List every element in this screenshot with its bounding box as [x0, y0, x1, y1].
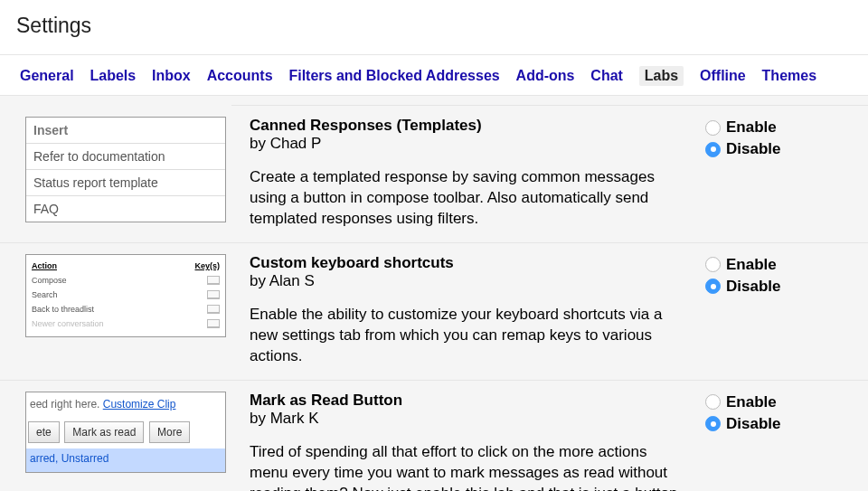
thumb-col-action: Action [32, 261, 57, 270]
key-icon [207, 305, 220, 314]
enable-option[interactable]: Enable [705, 393, 850, 411]
tab-offline[interactable]: Offline [700, 68, 746, 84]
radio-icon [705, 416, 721, 431]
lab-description: Enable the ability to customize your key… [250, 305, 687, 367]
lab-description: Create a templated response by saving co… [250, 167, 687, 230]
lab-thumbnail: Action Key(s) Compose Search Back to thr… [25, 254, 226, 337]
tab-chat[interactable]: Chat [590, 68, 623, 84]
thumb-text: eed right here. [30, 398, 103, 411]
tab-themes[interactable]: Themes [762, 68, 816, 84]
enable-option[interactable]: Enable [705, 256, 850, 274]
radio-icon [705, 279, 721, 294]
disable-option[interactable]: Disable [705, 278, 850, 296]
disable-label: Disable [726, 415, 780, 433]
tab-inbox[interactable]: Inbox [152, 68, 191, 84]
thumb-list-item: Status report template [26, 170, 225, 196]
thumb-col-keys: Key(s) [194, 261, 220, 270]
thumb-list-item: Refer to documentation [26, 144, 225, 170]
lab-title: Canned Responses (Templates) [250, 117, 687, 135]
lab-thumbnail: eed right here. Customize Clip ete Mark … [25, 392, 226, 473]
tab-labels[interactable]: Labels [90, 68, 136, 84]
thumb-list-item: Insert [26, 118, 225, 144]
disable-label: Disable [726, 278, 780, 296]
enable-label: Enable [726, 393, 777, 411]
enable-option[interactable]: Enable [705, 118, 850, 137]
thumb-key-row: Back to threadlist [32, 305, 94, 314]
thumb-key-row: Search [32, 290, 58, 299]
lab-author: by Chad P [250, 135, 687, 153]
enable-label: Enable [726, 256, 777, 274]
lab-title: Mark as Read Button [250, 392, 687, 410]
tab-general[interactable]: General [20, 68, 74, 84]
key-icon [207, 319, 220, 328]
thumb-button: ete [28, 421, 60, 443]
lab-row: eed right here. Customize Clip ete Mark … [0, 381, 868, 491]
tab-filters[interactable]: Filters and Blocked Addresses [288, 68, 499, 84]
settings-tabs: General Labels Inbox Accounts Filters an… [0, 55, 868, 96]
disable-label: Disable [726, 140, 780, 158]
disable-option[interactable]: Disable [705, 140, 850, 158]
key-icon [207, 290, 220, 299]
tab-addons[interactable]: Add-ons [516, 68, 575, 84]
page-title: Settings [16, 14, 852, 38]
disable-option[interactable]: Disable [705, 415, 850, 433]
thumb-button: More [149, 421, 190, 443]
lab-description: Tired of spending all that effort to cli… [250, 442, 687, 491]
thumb-button: Mark as read [64, 421, 144, 443]
lab-thumbnail: Insert Refer to documentation Status rep… [25, 117, 226, 222]
enable-label: Enable [726, 118, 777, 137]
thumb-key-row: Compose [32, 276, 67, 285]
thumb-link: Customize Clip [103, 398, 176, 411]
partial-previous-lab [231, 96, 868, 106]
radio-icon [705, 120, 721, 136]
lab-row: Insert Refer to documentation Status rep… [0, 106, 868, 243]
lab-author: by Mark K [250, 410, 687, 428]
key-icon [207, 276, 220, 285]
thumb-text: arred, Unstarred [26, 449, 225, 472]
thumb-key-row: Newer conversation [32, 319, 104, 328]
lab-row: Action Key(s) Compose Search Back to thr… [0, 243, 868, 381]
tab-accounts[interactable]: Accounts [207, 68, 273, 84]
thumb-list-item: FAQ [26, 196, 225, 222]
radio-icon [705, 257, 721, 272]
lab-title: Custom keyboard shortcuts [250, 254, 687, 272]
radio-icon [705, 394, 721, 410]
radio-icon [705, 142, 721, 157]
tab-labs[interactable]: Labs [639, 66, 684, 86]
lab-author: by Alan S [250, 272, 687, 290]
